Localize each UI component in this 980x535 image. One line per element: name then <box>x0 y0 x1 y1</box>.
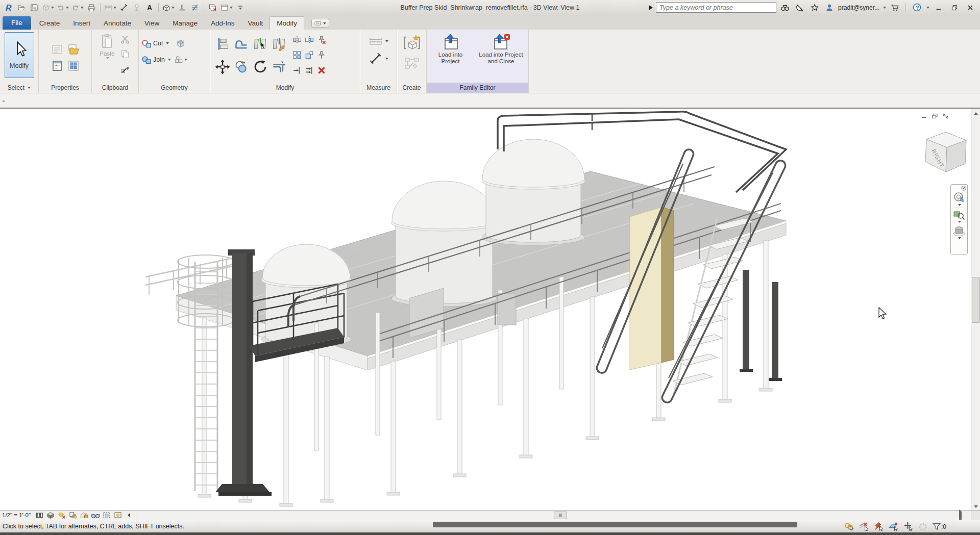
undo-icon[interactable] <box>56 2 70 14</box>
offset-icon[interactable] <box>272 60 286 74</box>
panel-label-modify[interactable]: Modify <box>210 83 360 93</box>
navigation-wheel-icon[interactable] <box>952 191 966 204</box>
select-underlay-elements-icon[interactable] <box>859 522 869 531</box>
tab-create[interactable]: Create <box>33 17 67 30</box>
rotate-icon[interactable] <box>253 59 268 74</box>
panel-label-clipboard[interactable]: Clipboard <box>92 83 138 93</box>
copy-icon[interactable] <box>234 60 249 74</box>
load-into-project-button[interactable]: Load into Project <box>430 32 472 66</box>
select-links-icon[interactable] <box>844 522 854 531</box>
navbar-close-icon[interactable] <box>961 186 966 191</box>
tab-add-ins[interactable]: Add-Ins <box>204 17 241 30</box>
zoom-tool-icon[interactable] <box>953 210 965 221</box>
move-icon[interactable] <box>215 59 230 74</box>
favorites-icon[interactable] <box>808 2 821 14</box>
section-icon[interactable] <box>176 2 188 14</box>
view-restore-icon[interactable] <box>931 113 939 119</box>
ribbon-display-toggle[interactable] <box>311 19 329 28</box>
measure-icon[interactable] <box>103 2 117 14</box>
customize-qat-icon[interactable] <box>234 2 247 14</box>
mirror-pick-axis-icon[interactable] <box>292 35 302 44</box>
properties-palette-icon[interactable] <box>51 59 64 72</box>
measure-between-refs-button[interactable] <box>369 35 388 48</box>
view-scale[interactable]: 1/2" = 1'-0" <box>2 512 31 518</box>
tab-annotate[interactable]: Annotate <box>97 17 138 30</box>
view-close-icon[interactable] <box>942 113 949 119</box>
family-types-icon[interactable] <box>51 43 64 56</box>
copy-to-clipboard-icon[interactable] <box>118 47 132 61</box>
reveal-hidden-elements-icon[interactable] <box>113 511 122 520</box>
drawing-area[interactable]: RIGHT <box>0 108 980 510</box>
paint-icon[interactable] <box>174 37 187 50</box>
paste-button[interactable]: Paste <box>99 32 116 60</box>
open-family-icon[interactable] <box>67 43 80 56</box>
visual-style-icon[interactable] <box>45 511 55 520</box>
sync-icon[interactable] <box>41 2 55 14</box>
tab-modify[interactable]: Modify <box>270 16 304 30</box>
scale-icon[interactable] <box>305 50 314 60</box>
communication-center-icon[interactable] <box>794 2 806 14</box>
aligned-dimension-button[interactable] <box>369 52 388 65</box>
align-icon[interactable] <box>215 37 230 51</box>
restore-button[interactable] <box>948 2 961 13</box>
tank-middle[interactable] <box>391 181 497 307</box>
shadows-icon[interactable] <box>68 511 78 520</box>
vertical-scroll-thumb[interactable] <box>972 277 980 323</box>
3d-model-canvas[interactable] <box>0 109 971 510</box>
sun-path-icon[interactable] <box>57 511 66 520</box>
view-bar-scroll-left-icon[interactable] <box>124 511 134 520</box>
panel-label-properties[interactable]: Properties <box>39 83 91 93</box>
horizontal-scroll-thumb[interactable] <box>554 512 567 519</box>
close-button[interactable] <box>964 2 977 13</box>
cut-to-clipboard-icon[interactable] <box>118 33 132 46</box>
tab-insert[interactable]: Insert <box>66 17 97 30</box>
minimize-button[interactable] <box>932 2 945 13</box>
username[interactable]: pradit@syner... <box>838 4 879 11</box>
default-3d-view-icon[interactable] <box>161 2 176 14</box>
panel-label-measure[interactable]: Measure <box>360 83 397 93</box>
tab-manage[interactable]: Manage <box>166 17 204 30</box>
select-elements-by-face-icon[interactable] <box>889 522 899 531</box>
user-icon[interactable] <box>823 2 836 14</box>
filter-control[interactable]: :0 <box>932 522 946 531</box>
link-geometry-icon[interactable] <box>174 53 187 66</box>
modify-tool-button[interactable]: Modify <box>5 32 34 78</box>
cut-geometry-button[interactable]: Cut <box>141 37 169 50</box>
text-icon[interactable]: A <box>143 2 156 14</box>
tag-icon[interactable] <box>131 2 143 14</box>
cart-icon[interactable] <box>889 2 901 14</box>
cope-icon[interactable] <box>234 37 249 51</box>
panel-label-family-editor[interactable]: Family Editor <box>427 83 528 93</box>
load-into-project-close-button[interactable]: Load into Project and Close <box>477 32 526 66</box>
resize-corner[interactable] <box>971 511 980 520</box>
scroll-down-button[interactable] <box>972 502 980 510</box>
show-crop-region-icon[interactable] <box>102 511 111 520</box>
panel-label-select[interactable]: Select <box>0 83 38 93</box>
keytip-arrow-icon[interactable] <box>648 5 653 11</box>
detail-level-icon[interactable] <box>34 511 44 520</box>
revit-logo-icon[interactable]: R <box>3 2 15 14</box>
scroll-up-button[interactable] <box>972 109 980 117</box>
trim-extend-multiple-icon[interactable] <box>305 66 314 75</box>
print-icon[interactable] <box>85 2 97 14</box>
family-category-icon[interactable] <box>67 59 80 72</box>
delete-icon[interactable] <box>317 66 326 75</box>
redo-icon[interactable] <box>70 2 85 14</box>
mirror-draw-axis-icon[interactable] <box>305 35 314 44</box>
view-minimize-icon[interactable] <box>920 113 928 119</box>
create-component-icon[interactable] <box>402 33 422 53</box>
panel-label-create[interactable]: Create <box>397 83 426 93</box>
search-input[interactable] <box>656 2 776 13</box>
unpin-icon[interactable] <box>317 35 326 44</box>
match-type-icon[interactable] <box>118 62 132 75</box>
pin-icon[interactable] <box>317 50 326 60</box>
aligned-dimension-icon[interactable] <box>118 2 130 14</box>
tab-view[interactable]: View <box>138 17 166 30</box>
open-icon[interactable] <box>15 2 28 14</box>
panel-label-geometry[interactable]: Geometry <box>139 83 210 93</box>
crop-view-icon[interactable] <box>79 511 89 520</box>
tab-vault[interactable]: Vault <box>241 17 270 30</box>
split-element-icon[interactable] <box>253 37 267 51</box>
join-geometry-button[interactable]: Join <box>141 53 171 66</box>
view-cube[interactable]: RIGHT <box>916 128 972 179</box>
